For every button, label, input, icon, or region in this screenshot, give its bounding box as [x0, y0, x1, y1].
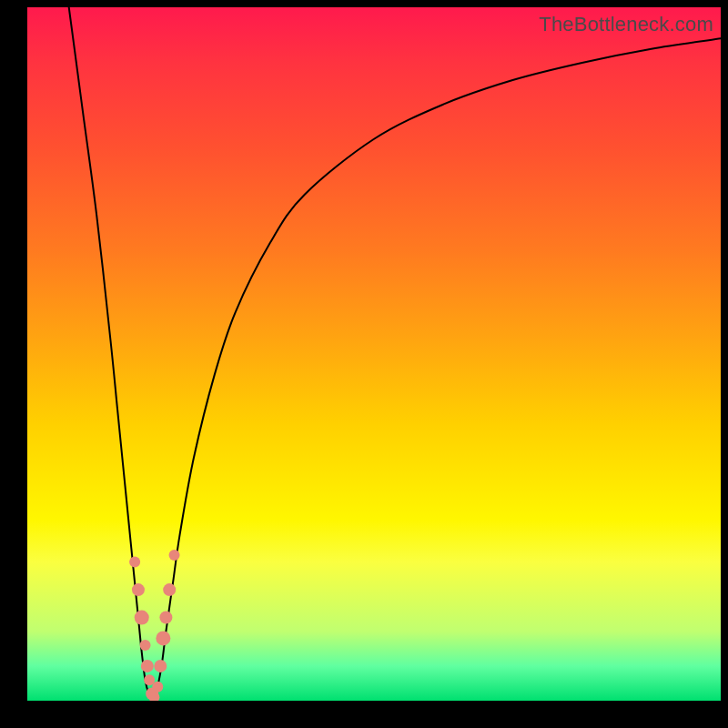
data-point-9 [154, 660, 167, 672]
data-point-4 [141, 660, 154, 672]
chart-frame: TheBottleneck.com [0, 0, 728, 728]
data-point-10 [156, 631, 170, 645]
data-point-13 [169, 550, 180, 561]
series-left-curve [69, 7, 152, 701]
plot-area: TheBottleneck.com [27, 7, 721, 701]
data-point-0 [129, 557, 140, 568]
data-point-1 [132, 583, 145, 596]
chart-overlay [27, 7, 721, 701]
data-point-5 [144, 674, 155, 685]
data-point-11 [159, 612, 172, 624]
data-point-2 [135, 611, 149, 625]
curves-group [69, 7, 721, 701]
data-point-3 [140, 640, 151, 651]
data-point-8 [152, 682, 163, 693]
data-points-group [129, 550, 179, 701]
data-point-12 [163, 583, 176, 596]
series-right-curve [152, 38, 721, 701]
